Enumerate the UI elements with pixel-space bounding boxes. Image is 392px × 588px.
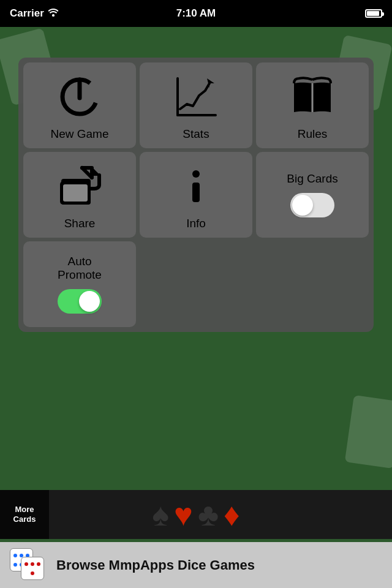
- rules-label: Rules: [298, 127, 328, 141]
- die-2: [21, 557, 44, 580]
- dot: [31, 562, 34, 566]
- dot: [37, 562, 40, 566]
- auto-promote-knob: [79, 291, 100, 312]
- share-icon: [55, 162, 104, 211]
- heart-suit: ♥: [174, 496, 193, 533]
- spade-suit: ♠: [152, 496, 169, 533]
- browse-label: Browse MmpApps Dice Games: [56, 557, 255, 573]
- info-label: Info: [186, 217, 206, 230]
- bottom-cards-row: ♠ ♥ ♣ ♦: [0, 490, 392, 539]
- dot: [31, 571, 34, 575]
- svg-rect-10: [63, 184, 88, 202]
- svg-point-12: [192, 170, 200, 178]
- wifi-icon: [48, 7, 59, 20]
- big-cards-label: Big Cards: [287, 172, 337, 186]
- status-bar: Carrier 7:10 AM: [0, 0, 392, 27]
- dot: [24, 562, 28, 566]
- stats-label: Stats: [183, 127, 209, 141]
- big-cards-toggle[interactable]: [290, 193, 334, 217]
- dice-icon-container: [10, 548, 47, 582]
- status-right: [365, 9, 382, 18]
- svg-point-0: [52, 14, 55, 17]
- big-cards-knob: [292, 195, 313, 216]
- new-game-button[interactable]: New Game: [23, 62, 136, 148]
- diamond-suit: ♦: [224, 496, 240, 533]
- svg-rect-13: [192, 183, 200, 202]
- new-game-label: New Game: [50, 127, 108, 141]
- book-icon: [288, 72, 337, 121]
- share-label: Share: [64, 217, 96, 230]
- big-cards-cell: Big Cards: [256, 152, 369, 238]
- auto-promote-label: Auto Promote: [58, 255, 102, 282]
- stats-icon: [172, 72, 221, 121]
- more-cards-label: MoreCards: [0, 490, 49, 539]
- dot: [13, 554, 17, 557]
- status-left: Carrier: [10, 7, 59, 20]
- dot: [13, 563, 17, 567]
- info-button[interactable]: Info: [140, 152, 252, 238]
- auto-promote-cell: Auto Promote: [23, 241, 136, 327]
- share-button[interactable]: Share: [23, 152, 136, 238]
- info-icon: [172, 162, 221, 211]
- carrier-label: Carrier: [10, 7, 44, 20]
- power-icon: [55, 72, 104, 121]
- auto-promote-toggle[interactable]: [58, 289, 102, 314]
- club-suit: ♣: [198, 496, 219, 533]
- menu-overlay: New Game Stats: [18, 58, 374, 332]
- battery-icon: [365, 9, 382, 18]
- time-display: 7:10 AM: [176, 7, 216, 20]
- rules-button[interactable]: Rules: [256, 62, 369, 148]
- browse-bar[interactable]: Browse MmpApps Dice Games: [0, 542, 392, 588]
- stats-button[interactable]: Stats: [140, 62, 252, 148]
